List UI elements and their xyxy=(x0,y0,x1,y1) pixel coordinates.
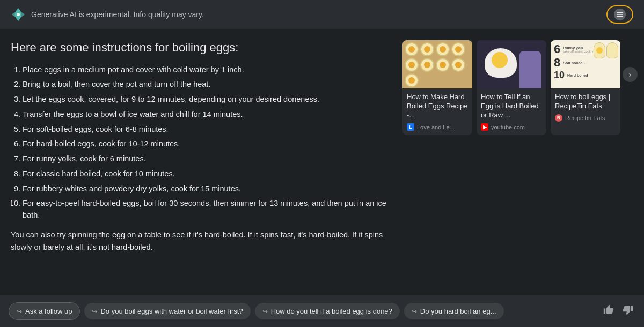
followup-arrow-icon: ↪ xyxy=(17,308,22,315)
top-banner: Generative AI is experimental. Info qual… xyxy=(0,0,644,29)
instructions-list: Place eggs in a medium pot and cover wit… xyxy=(11,64,392,221)
list-item: Let the eggs cook, covered, for 9 to 12 … xyxy=(23,94,392,106)
next-arrow[interactable]: › xyxy=(623,67,638,82)
list-item: Transfer the eggs to a bowl of ice water… xyxy=(23,109,392,121)
image-thumb-2 xyxy=(477,40,546,88)
suggestion-arrow-icon-2: ↪ xyxy=(262,308,268,315)
svg-point-0 xyxy=(17,13,20,16)
images-area: How to Make Hard Boiled Eggs Recipe -...… xyxy=(402,40,633,292)
svg-rect-2 xyxy=(617,14,623,15)
suggestion-pill-3[interactable]: ↪ Do you hard boil an eg... xyxy=(404,303,504,319)
banner-left: Generative AI is experimental. Info qual… xyxy=(11,7,204,22)
list-item: For hard-boiled eggs, cook for 10-12 min… xyxy=(23,138,392,150)
image-thumb-1 xyxy=(402,40,472,88)
list-item: For easy-to-peel hard-boiled eggs, boil … xyxy=(23,198,392,221)
svg-rect-3 xyxy=(617,16,623,17)
thumbs-up-button[interactable] xyxy=(601,302,616,320)
list-item: For rubbery whites and powdery dry yolks… xyxy=(23,183,392,195)
main-content: Here are some instructions for boiling e… xyxy=(0,29,644,298)
svg-rect-1 xyxy=(617,12,623,13)
card-title-1: How to Make Hard Boiled Eggs Recipe -... xyxy=(407,93,468,120)
list-item: For soft-boiled eggs, cook for 6-8 minut… xyxy=(23,124,392,136)
card-title-2: How to Tell if an Egg is Hard Boiled or … xyxy=(481,93,542,120)
ask-followup-pill[interactable]: ↪ Ask a follow up xyxy=(9,302,80,320)
source-name-2: youtube.com xyxy=(491,124,525,130)
list-item: Place eggs in a medium pot and cover wit… xyxy=(23,64,392,76)
card-source-1: L Love and Le... xyxy=(407,123,468,131)
suggestion-label-1: Do you boil eggs with water or boil wate… xyxy=(100,307,243,315)
suggestion-arrow-icon-3: ↪ xyxy=(412,308,417,315)
card-source-3: R RecipeTin Eats xyxy=(555,114,616,122)
suggestion-label-2: How do you tell if a boiled egg is done? xyxy=(271,307,392,315)
card-title-3: How to boil eggs | RecipeTin Eats xyxy=(555,93,616,111)
card-info-3: How to boil eggs | RecipeTin Eats R Reci… xyxy=(551,88,620,126)
source-icon-rt: R xyxy=(555,114,562,122)
list-item: For classic hard boiled, cook for 10 min… xyxy=(23,168,392,180)
ask-followup-label: Ask a follow up xyxy=(25,307,72,315)
footer-text: You can also try spinning the egg on a t… xyxy=(11,229,392,254)
image-card-1[interactable]: How to Make Hard Boiled Eggs Recipe -...… xyxy=(402,40,472,135)
image-thumb-3: 6 Runny yolk take off smtle, cool, yummy… xyxy=(551,40,620,88)
feedback-icons xyxy=(601,302,635,320)
card-info-2: How to Tell if an Egg is Hard Boiled or … xyxy=(477,88,546,135)
text-area: Here are some instructions for boiling e… xyxy=(11,40,392,292)
image-cards-wrapper: How to Make Hard Boiled Eggs Recipe -...… xyxy=(402,40,620,135)
card-info-1: How to Make Hard Boiled Eggs Recipe -...… xyxy=(402,88,472,135)
suggestion-pill-1[interactable]: ↪ Do you boil eggs with water or boil wa… xyxy=(84,303,250,319)
image-card-2[interactable]: How to Tell if an Egg is Hard Boiled or … xyxy=(477,40,546,135)
source-name-3: RecipeTin Eats xyxy=(565,115,605,121)
list-item: Bring to a boil, then cover the pot and … xyxy=(23,79,392,91)
banner-text: Generative AI is experimental. Info qual… xyxy=(31,10,204,19)
card-source-2: ▶ youtube.com xyxy=(481,123,542,131)
suggestion-arrow-icon-1: ↪ xyxy=(92,308,97,315)
top-right-button[interactable] xyxy=(606,5,633,24)
menu-icon xyxy=(614,9,626,20)
gemini-icon xyxy=(11,7,26,22)
main-heading: Here are some instructions for boiling e… xyxy=(11,40,392,56)
list-item: For runny yolks, cook for 6 minutes. xyxy=(23,153,392,165)
bottom-bar: ↪ Ask a follow up ↪ Do you boil eggs wit… xyxy=(0,295,644,327)
suggestion-pill-2[interactable]: ↪ How do you tell if a boiled egg is don… xyxy=(255,303,400,319)
source-icon-yt: ▶ xyxy=(481,123,488,131)
source-name-1: Love and Le... xyxy=(417,124,455,130)
source-icon-ll: L xyxy=(407,123,414,131)
suggestion-label-3: Do you hard boil an eg... xyxy=(420,307,496,315)
purple-hand xyxy=(519,51,541,88)
thumbs-down-button[interactable] xyxy=(620,302,635,320)
image-card-3[interactable]: 6 Runny yolk take off smtle, cool, yummy… xyxy=(551,40,620,135)
